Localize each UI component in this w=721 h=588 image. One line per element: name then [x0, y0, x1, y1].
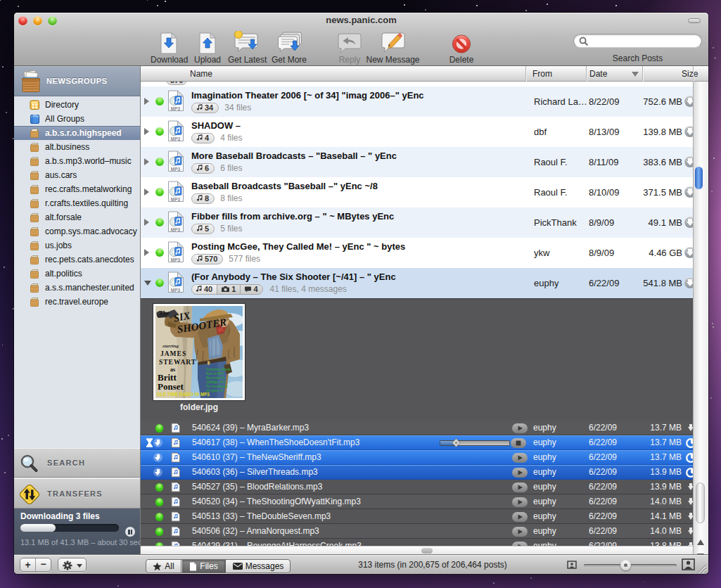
svg-text:Recorded At: Recorded At	[206, 376, 226, 380]
svg-text:For broadcast: For broadcast	[206, 385, 228, 388]
svg-text:all types of: all types of	[206, 389, 223, 392]
svg-text:Complete Show: Complete Show	[206, 368, 231, 371]
svg-text:STEWART: STEWART	[159, 359, 196, 366]
svg-text:MP3: MP3	[171, 288, 181, 293]
svg-text:MP3: MP3	[171, 106, 181, 111]
svg-text:The: The	[159, 309, 170, 317]
svg-text:MP3: MP3	[171, 167, 181, 172]
svg-text:OLD TIME RADIO IN MP3: OLD TIME RADIO IN MP3	[157, 392, 210, 397]
svg-text:MP3: MP3	[171, 136, 181, 141]
svg-text:128kbps 44.1: 128kbps 44.1	[206, 381, 226, 384]
svg-text:Ponset: Ponset	[158, 381, 184, 392]
svg-text:Run in MP3: Run in MP3	[206, 372, 224, 376]
svg-text:MP3: MP3	[171, 257, 181, 262]
svg-text:JAMES: JAMES	[160, 350, 186, 357]
svg-text:MP3: MP3	[171, 197, 181, 202]
svg-text:MP3: MP3	[171, 227, 181, 232]
svg-text:starring: starring	[162, 343, 179, 349]
